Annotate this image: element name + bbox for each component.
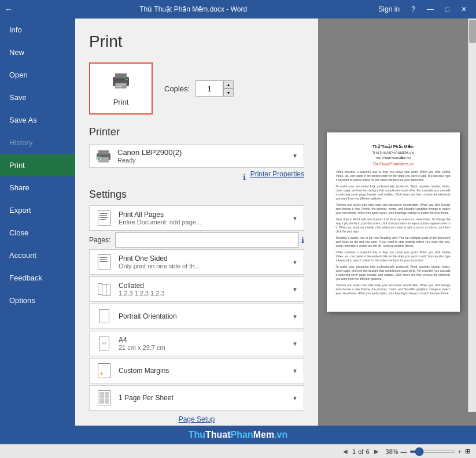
a4-arrow: ▼ <box>292 341 298 347</box>
per-sheet-text: 1 Page Per Sheet <box>119 394 292 402</box>
pages-input[interactable] <box>115 232 299 248</box>
brand-vn: .vn <box>274 430 287 439</box>
per-sheet-main: 1 Page Per Sheet <box>119 394 292 402</box>
sidebar-item-close[interactable]: Close <box>0 221 75 244</box>
print-one-sided-icon <box>95 253 113 271</box>
preview-para4: Save time in Word with new buttons that … <box>336 217 451 234</box>
next-page-button[interactable]: ▶ <box>372 447 381 456</box>
pages-info-icon[interactable]: ℹ <box>301 236 304 245</box>
svg-rect-1 <box>115 73 127 78</box>
custom-margin-star: ★ <box>99 371 104 376</box>
printer-dropdown-button[interactable]: ▼ <box>292 153 298 159</box>
printer-small-icon <box>95 149 112 164</box>
brand-mem: Mem <box>253 430 274 439</box>
portrait-orientation-row[interactable]: Portrait Orientation ▼ <box>89 304 304 329</box>
copies-down-button[interactable]: ▼ <box>223 88 234 97</box>
bottom-brand-bar: ThuThuatPhanMem.vn <box>0 426 476 444</box>
portrait-orientation-arrow: ▼ <box>292 313 298 320</box>
sidebar-item-account[interactable]: Account <box>0 244 75 267</box>
sidebar-item-save[interactable]: Save <box>0 86 75 109</box>
zoom-slider[interactable] <box>409 450 456 453</box>
prev-page-button[interactable]: ◀ <box>341 447 350 456</box>
sidebar-item-save-as[interactable]: Save As <box>0 109 75 131</box>
sidebar-item-new[interactable]: New <box>0 41 75 64</box>
title-bar-left: ← <box>5 5 13 14</box>
sign-in-button[interactable]: Sign in <box>374 4 404 14</box>
zoom-percent: 38% <box>386 448 398 455</box>
preview-header-sub1: THUTHUATPHANMEM.VN <box>336 150 451 155</box>
zoom-plus-icon: + <box>458 448 462 455</box>
page-setup-link[interactable]: Page Setup <box>89 415 304 423</box>
collated-text: Collated 1,2,3 1,2,3 1,2,3 <box>119 282 292 297</box>
printer-icon-area <box>95 149 112 164</box>
title-bar-text: Thủ Thuật Phần Mềm.docx - Word <box>13 5 374 13</box>
help-button[interactable]: ? <box>407 4 420 14</box>
portrait-orientation-main: Portrait Orientation <box>119 312 292 320</box>
sidebar-item-options[interactable]: Options <box>0 289 75 312</box>
svg-rect-2 <box>115 83 127 88</box>
pages-row: Pages: ℹ <box>89 232 304 248</box>
portrait-orientation-text: Portrait Orientation <box>119 312 292 320</box>
print-button[interactable]: Print <box>89 62 153 114</box>
preview-para7: To make your document look professionall… <box>336 265 451 281</box>
printer-section-title: Printer <box>89 126 304 138</box>
printer-status: Ready <box>117 157 292 164</box>
collated-sub: 1,2,3 1,2,3 1,2,3 <box>119 290 292 297</box>
scrollbar-thumb <box>469 20 476 43</box>
custom-margins-row[interactable]: ★ Custom Margins ▼ <box>89 358 304 383</box>
sidebar-item-feedback[interactable]: Feedback <box>0 267 75 289</box>
fit-page-button[interactable]: ⊞ <box>464 446 471 456</box>
print-all-pages-row[interactable]: Print All Pages Entire Document: odd pag… <box>89 205 304 231</box>
print-all-pages-sub: Entire Document: odd page... <box>119 219 292 226</box>
a4-row[interactable]: A4 A4 21 cm x 29.7 cm ▼ <box>89 331 304 356</box>
print-panel: Print Print <box>75 19 318 426</box>
print-one-sided-row[interactable]: Print One Sided Only print on one side o… <box>89 249 304 275</box>
close-button[interactable]: ✕ <box>456 4 471 14</box>
preview-header-red: ThuThuatPhanMem.vn <box>336 161 451 167</box>
sidebar-item-print[interactable]: Print <box>0 154 75 176</box>
print-all-pages-arrow: ▼ <box>292 215 298 221</box>
preview-para2: To make your document look professionall… <box>336 184 451 201</box>
settings-title: Settings <box>89 189 304 201</box>
copies-input[interactable] <box>195 80 223 97</box>
pages-label: Pages: <box>89 236 110 244</box>
brand-phan: Phan <box>231 430 253 439</box>
per-sheet-row[interactable]: 1 Page Per Sheet ▼ <box>89 385 304 411</box>
page-of: of <box>358 448 363 455</box>
sidebar-item-share[interactable]: Share <box>0 176 75 199</box>
print-one-sided-main: Print One Sided <box>119 254 292 263</box>
sidebar-item-export[interactable]: Export <box>0 199 75 221</box>
sidebar-item-info[interactable]: Info <box>0 19 75 41</box>
print-one-sided-text: Print One Sided Only print on one side o… <box>119 254 292 269</box>
preview-header-sub2: ThuThuatPhanMềm.vn <box>336 156 451 160</box>
collated-main: Collated <box>119 282 292 290</box>
zoom-minus-icon: — <box>401 448 407 455</box>
status-bar: ◀ 1 of 6 ▶ 38% — + ⊞ <box>0 444 476 458</box>
copies-up-button[interactable]: ▲ <box>223 80 234 88</box>
maximize-button[interactable]: □ <box>441 4 454 14</box>
custom-margins-text: Custom Margins <box>119 367 292 375</box>
printer-info-icon[interactable]: ℹ <box>243 173 246 182</box>
collated-arrow: ▼ <box>292 286 298 293</box>
page-current: 1 <box>352 448 356 455</box>
copies-area: Copies: ▲ ▼ <box>164 80 234 97</box>
collated-row[interactable]: Collated 1,2,3 1,2,3 1,2,3 ▼ <box>89 276 304 302</box>
svg-point-10 <box>98 157 100 160</box>
custom-margins-main: Custom Margins <box>119 367 292 375</box>
preview-header-title: Thủ Thuật Phần Mềm <box>336 144 451 150</box>
title-bar-controls: Sign in ? — □ ✕ <box>374 4 471 14</box>
printer-properties-link[interactable]: Printer Properties <box>250 170 304 178</box>
minimize-button[interactable]: — <box>422 4 438 14</box>
preview-scrollbar[interactable] <box>468 19 476 412</box>
printer-row[interactable]: Canon LBP2900(2) Ready ▼ <box>89 144 304 168</box>
custom-margins-icon: ★ <box>95 362 113 379</box>
printer-name: Canon LBP2900(2) <box>117 148 292 157</box>
back-button[interactable]: ← <box>5 5 13 14</box>
page-total: 6 <box>366 448 369 455</box>
sidebar-item-open[interactable]: Open <box>0 64 75 86</box>
zoom-area: 38% — + ⊞ <box>386 446 471 456</box>
content-area: Print Print <box>75 19 476 426</box>
print-button-area: Print Copies: ▲ ▼ <box>89 62 304 114</box>
portrait-orientation-icon <box>95 308 113 325</box>
print-all-pages-icon <box>95 209 113 227</box>
